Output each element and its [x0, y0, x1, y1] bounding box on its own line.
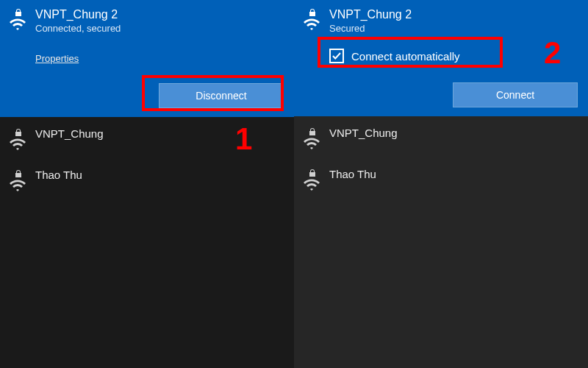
connect-automatically-checkbox[interactable]	[329, 49, 344, 63]
wifi-status-icon-group	[7, 7, 28, 31]
wifi-icon	[303, 18, 320, 31]
wifi-ssid: Thao Thu	[329, 168, 578, 182]
lock-icon	[309, 9, 315, 16]
wifi-ssid: VNPT_Chung	[329, 127, 578, 141]
wifi-status-icon-group	[301, 7, 322, 31]
lock-icon	[309, 169, 315, 177]
connect-button-label: Connect	[496, 89, 534, 101]
wifi-network-item[interactable]: Thao Thu	[294, 158, 588, 199]
wifi-network-item[interactable]: VNPT_Chung	[294, 116, 588, 158]
wifi-icon	[303, 137, 320, 150]
connect-automatically-row[interactable]: Connect automatically	[329, 49, 578, 63]
wifi-selected-network[interactable]: VNPT_Chung 2 Secured Connect automatical…	[294, 0, 588, 116]
wifi-icon	[9, 179, 26, 192]
wifi-status-icon-group	[301, 168, 322, 191]
wifi-status-text: Connected, secured	[35, 23, 284, 34]
wifi-icon	[9, 138, 26, 151]
wifi-flyout-panel-left: VNPT_Chung 2 Connected, secured Properti…	[0, 0, 294, 368]
wifi-properties-link[interactable]: Properties	[35, 53, 284, 64]
check-icon	[331, 51, 342, 61]
lock-icon	[15, 129, 21, 136]
wifi-ssid: VNPT_Chung 2	[35, 7, 284, 22]
wifi-ssid: VNPT_Chung	[35, 127, 284, 141]
wifi-ssid: VNPT_Chung 2	[329, 7, 578, 22]
disconnect-button[interactable]: Disconnect	[159, 83, 284, 108]
connect-automatically-label: Connect automatically	[351, 50, 460, 63]
wifi-network-item[interactable]: Thao Thu	[0, 158, 294, 199]
wifi-ssid: Thao Thu	[35, 169, 284, 183]
wifi-icon	[303, 178, 320, 191]
wifi-status-icon-group	[301, 127, 322, 150]
wifi-icon	[9, 18, 26, 31]
wifi-status-text: Secured	[329, 23, 578, 34]
wifi-status-icon-group	[7, 169, 28, 192]
lock-icon	[15, 170, 21, 177]
lock-icon	[15, 9, 21, 16]
wifi-status-icon-group	[7, 127, 28, 151]
wifi-flyout-panel-right: VNPT_Chung 2 Secured Connect automatical…	[294, 0, 588, 368]
disconnect-button-label: Disconnect	[196, 90, 246, 102]
connect-button[interactable]: Connect	[453, 82, 578, 107]
wifi-network-item[interactable]: VNPT_Chung	[0, 117, 294, 158]
lock-icon	[309, 128, 315, 135]
wifi-selected-network[interactable]: VNPT_Chung 2 Connected, secured Properti…	[0, 0, 294, 117]
